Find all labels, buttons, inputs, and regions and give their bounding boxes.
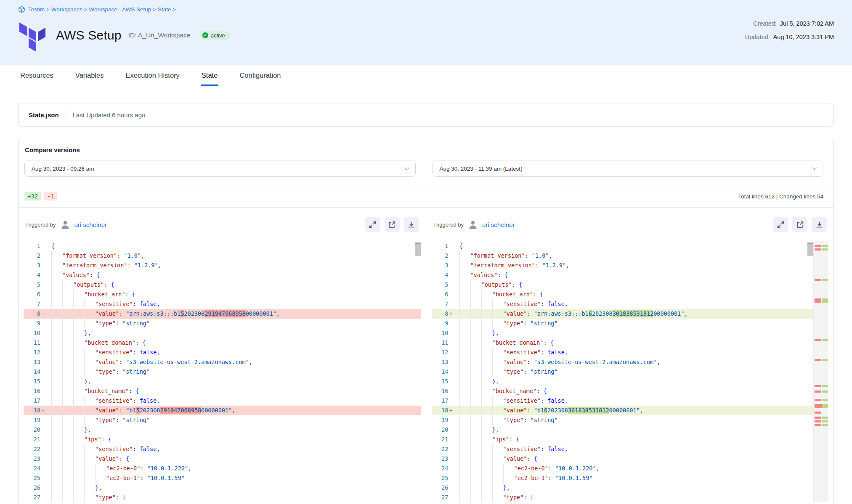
chevron-down-icon xyxy=(404,165,409,170)
ruler-added-mark xyxy=(822,391,828,393)
code-line: 13"value": "s3-website-us-west-2.amazona… xyxy=(24,357,421,367)
diff-sign xyxy=(40,251,47,261)
code-line: 27"type": [ xyxy=(24,493,421,502)
line-number: 10 xyxy=(24,328,40,338)
breadcrumb-link[interactable]: State xyxy=(158,6,171,13)
indent-guide xyxy=(73,377,84,386)
indent-guide xyxy=(459,454,470,464)
version-select-right[interactable]: Aug 30, 2023 - 11:39 am (Latest) xyxy=(433,161,824,177)
line-number: 8 xyxy=(432,309,449,319)
ruler-removed-mark xyxy=(815,391,821,393)
triggered-by-user-link[interactable]: uri scheiner xyxy=(74,221,107,228)
line-number: 19 xyxy=(24,415,40,425)
code-line: 3"terraform_version": "1.2.9", xyxy=(24,261,421,270)
diff-sign xyxy=(40,270,47,280)
line-number: 25 xyxy=(432,473,449,483)
vertical-divider xyxy=(66,110,66,119)
indent-guide xyxy=(62,367,73,377)
indent-guide xyxy=(481,483,492,493)
indent-guide xyxy=(481,425,492,435)
ruler-added-mark xyxy=(822,359,828,361)
indent-guide xyxy=(470,435,481,444)
indent-guide xyxy=(73,396,84,406)
vertical-scrollbar-thumb[interactable] xyxy=(807,243,813,256)
code-line: 15}, xyxy=(432,377,829,386)
diff-overview-ruler[interactable] xyxy=(813,241,828,502)
indent-guide xyxy=(503,473,514,483)
ruler-removed-mark xyxy=(815,245,821,247)
indent-guide xyxy=(459,348,470,357)
created-value: Jul 5, 2023 7:02 AM xyxy=(780,20,834,27)
indent-guide xyxy=(459,261,470,270)
compare-versions-title: Compare versions xyxy=(24,146,823,153)
indent-guide xyxy=(481,444,492,454)
ruler-added-mark xyxy=(822,399,828,401)
version-select-left[interactable]: Aug 30, 2023 - 09:26 am xyxy=(24,161,416,177)
indent-guide xyxy=(84,319,95,328)
indent-guide xyxy=(73,386,84,396)
indent-guide xyxy=(481,299,492,309)
code-line: 9"type": "string" xyxy=(432,319,829,328)
triggered-by-label: Triggered by xyxy=(25,222,56,228)
avatar-icon xyxy=(60,219,70,230)
ruler-added-mark xyxy=(822,404,828,408)
indent-guide xyxy=(492,493,503,502)
line-number: 4 xyxy=(24,270,40,280)
compare-versions-card: Compare versions Aug 30, 2023 - 09:26 am… xyxy=(18,139,834,504)
indent-guide xyxy=(73,319,84,328)
indent-guide xyxy=(73,348,84,357)
indent-guide xyxy=(73,464,84,473)
code-line: 6"bucket_arn": { xyxy=(432,290,829,299)
line-number: 2 xyxy=(24,251,40,261)
fullscreen-button[interactable] xyxy=(365,217,380,232)
open-in-new-button[interactable] xyxy=(792,217,807,232)
open-in-new-button[interactable] xyxy=(385,217,400,232)
code-line: 12"sensitive": false, xyxy=(432,348,829,357)
indent-guide xyxy=(470,464,481,473)
breadcrumb-link[interactable]: Workspace - AWS Setup xyxy=(89,6,151,13)
indent-guide xyxy=(73,357,84,367)
line-number: 21 xyxy=(24,435,40,444)
fullscreen-button[interactable] xyxy=(773,217,788,232)
diff-sign xyxy=(40,299,47,309)
triggered-by-label: Triggered by xyxy=(433,222,464,228)
ruler-removed-mark xyxy=(815,420,821,422)
line-number: 9 xyxy=(432,319,449,328)
indent-guide xyxy=(84,444,95,454)
breadcrumb-link[interactable]: Workspaces xyxy=(51,6,82,13)
main-content: State.json Last Updated 6 hours ago Comp… xyxy=(0,103,852,504)
tab-variables[interactable]: Variables xyxy=(74,65,105,86)
chevron-down-icon xyxy=(812,165,817,170)
indent-guide xyxy=(51,338,62,348)
download-button[interactable] xyxy=(404,217,419,232)
tab-execution-history[interactable]: Execution History xyxy=(125,65,180,86)
indent-guide xyxy=(459,406,470,415)
download-button[interactable] xyxy=(812,217,827,232)
indent-guide xyxy=(492,415,503,425)
indent-guide xyxy=(84,309,95,319)
file-name: State.json xyxy=(29,111,59,119)
code-line: 17"sensitive": false, xyxy=(24,396,421,406)
workspace-state-page: Testim > Workspaces > Workspace - AWS Se… xyxy=(0,0,852,504)
indent-guide xyxy=(84,406,95,415)
indent-guide xyxy=(492,454,503,464)
diff-sign xyxy=(40,415,47,425)
breadcrumb-link[interactable]: Testim xyxy=(28,6,45,13)
line-number: 27 xyxy=(432,493,449,502)
vertical-scrollbar-thumb[interactable] xyxy=(415,243,421,256)
indent-guide xyxy=(95,473,106,483)
code-line: 20}, xyxy=(432,425,829,435)
triggered-by-user-link[interactable]: uri scheiner xyxy=(482,221,515,228)
tab-configuration[interactable]: Configuration xyxy=(239,65,281,86)
breadcrumb-separator: > xyxy=(83,7,89,13)
tab-resources[interactable]: Resources xyxy=(19,65,54,86)
indent-guide xyxy=(73,435,84,444)
code-editor-original[interactable]: 1{2"format_version": "1.0",3"terraform_v… xyxy=(24,241,421,502)
diff-sign xyxy=(40,280,47,290)
tab-state[interactable]: State xyxy=(201,65,219,86)
line-number: 6 xyxy=(24,290,40,299)
indent-guide xyxy=(492,396,503,406)
breadcrumb-items: Testim > Workspaces > Workspace - AWS Se… xyxy=(28,6,176,13)
code-editor-modified[interactable]: 1{2"format_version": "1.0",3"terraform_v… xyxy=(432,241,829,502)
indent-guide xyxy=(62,377,73,386)
